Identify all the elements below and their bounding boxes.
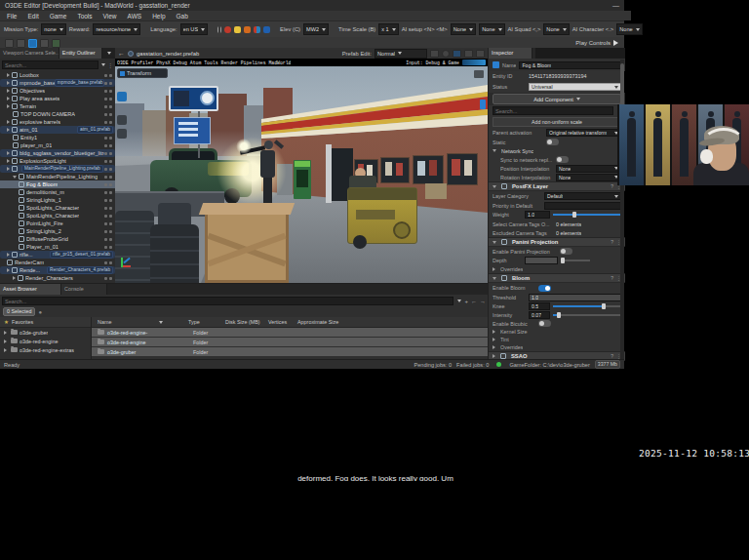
warning-icon[interactable] xyxy=(234,26,241,33)
tree-row[interactable]: Play area assets xyxy=(0,95,115,102)
weight-field[interactable]: 1.0 xyxy=(525,211,550,219)
static-toggle[interactable] xyxy=(546,139,559,145)
viewport-tool-scale-icon[interactable] xyxy=(117,129,127,139)
select-icon[interactable] xyxy=(17,39,25,48)
ai-setup-dropdown-2[interactable]: None xyxy=(479,23,504,35)
menu-file[interactable]: File xyxy=(7,13,17,20)
tree-row[interactable]: Terrain xyxy=(0,102,115,110)
ai-character-dropdown[interactable]: None xyxy=(616,23,642,35)
position-interp-dropdown[interactable]: None xyxy=(556,165,621,173)
pause-icon[interactable] xyxy=(217,26,221,33)
viewport-tool-move-icon[interactable] xyxy=(117,92,127,101)
threshold-field[interactable]: 1.0 xyxy=(529,294,621,301)
layer-category-dropdown[interactable]: Default xyxy=(544,192,621,200)
tree-row-selected[interactable]: Fog & Bloom xyxy=(0,180,115,188)
zoom-icon[interactable] xyxy=(40,39,49,48)
nav-forward-icon[interactable]: → xyxy=(480,299,486,304)
tab-entity-outliner[interactable]: Entity Outliner xyxy=(59,48,103,59)
tree-row[interactable]: Objectives xyxy=(0,87,115,95)
filter-icon[interactable] xyxy=(101,63,105,66)
col-disk-size[interactable]: Disk Size (MB) xyxy=(225,319,268,325)
panini-toggle[interactable] xyxy=(560,248,572,255)
favorite-item[interactable]: o3de-red-engine-extras xyxy=(0,345,91,354)
col-type[interactable]: Type xyxy=(188,319,225,325)
back-icon[interactable]: ← xyxy=(118,50,125,57)
window-titlebar[interactable]: O3DE Editor [Development Build] - MadWor… xyxy=(0,0,624,11)
tree-row[interactable]: Lootbox xyxy=(0,71,115,79)
inspector-search-input[interactable] xyxy=(493,106,613,115)
asset-search-input[interactable] xyxy=(2,297,453,305)
move-icon[interactable] xyxy=(28,39,37,48)
tree-row[interactable]: Render_Characters xyxy=(0,274,115,282)
tree-row[interactable]: SpotLights_Character xyxy=(0,212,115,220)
tree-row[interactable]: bldg_sqglass_vendor_bluetiger_litres_01 xyxy=(0,149,115,157)
intensity-field[interactable]: 0.07 xyxy=(529,311,550,319)
tree-row[interactable]: Rende...Render_Characters_4.prefab xyxy=(0,266,115,274)
check-icon[interactable] xyxy=(52,39,60,48)
viewport-tab[interactable]: gasstation_render.prefab xyxy=(137,51,199,57)
intensity-slider[interactable] xyxy=(553,314,621,316)
grid-icon[interactable] xyxy=(464,50,473,58)
priority-field[interactable] xyxy=(544,202,621,210)
col-name[interactable]: Name xyxy=(92,319,158,325)
entity-name-field[interactable]: Fog & Bloom xyxy=(519,61,621,69)
tree-row[interactable]: MainRenderPipeline_Lighting xyxy=(0,173,115,180)
tree-row[interactable]: ExplosionSpotLight xyxy=(0,157,115,165)
col-vertices[interactable]: Vertices xyxy=(268,319,297,325)
minimize-icon[interactable]: — xyxy=(612,0,619,11)
tint-label[interactable]: Tint xyxy=(500,337,509,342)
overrides-caret-icon[interactable] xyxy=(493,267,495,271)
section-bloom[interactable]: Bloom ?⋮ xyxy=(489,273,625,283)
viewport-tool-rotate-icon[interactable] xyxy=(117,115,127,125)
tree-row[interactable]: player_m_01 xyxy=(0,141,115,149)
layout-icon[interactable] xyxy=(476,50,485,58)
network-sync-caret-icon[interactable] xyxy=(493,149,496,152)
flag-icon[interactable] xyxy=(254,26,260,33)
ai-squad-dropdown[interactable]: None xyxy=(543,23,569,35)
tree-row[interactable]: explosive barrels xyxy=(0,118,115,126)
status-dropdown[interactable]: Universal xyxy=(529,83,621,91)
asset-row[interactable]: o3de-gruberFolder xyxy=(92,347,488,356)
menu-game[interactable]: Game xyxy=(50,13,67,20)
tree-row[interactable]: Player_m_01 xyxy=(0,243,115,251)
entity-tree[interactable]: Lootbox mpmode_basempmode_base.prefab Ob… xyxy=(0,71,115,283)
favorite-item[interactable]: o3de-gruber xyxy=(0,328,91,337)
tree-row[interactable]: demolitionist_m xyxy=(0,188,115,196)
menu-help[interactable]: Help xyxy=(152,13,165,20)
parent-activation-dropdown[interactable]: Original relative transform xyxy=(546,129,621,137)
language-dropdown[interactable]: en US xyxy=(180,23,209,35)
mission-type-dropdown[interactable]: none xyxy=(41,23,65,35)
bloom-overrides-label[interactable]: Overrides xyxy=(500,344,523,350)
asset-processor-status-icon[interactable] xyxy=(496,362,501,367)
outliner-search-input[interactable] xyxy=(2,60,99,69)
help-icon[interactable]: ? xyxy=(611,183,613,189)
tree-row[interactable]: MainRenderPipeline_Lighting.prefab xyxy=(0,165,115,173)
menu-aws[interactable]: AWS xyxy=(128,13,142,20)
elev-dropdown[interactable]: MW2 xyxy=(303,23,329,35)
kernel-size-label[interactable]: Kernel Size xyxy=(500,329,528,335)
folder-icon[interactable] xyxy=(430,50,439,58)
tab-inspector[interactable]: Inspector xyxy=(489,48,532,59)
tree-row[interactable]: atm_01atm_01.prefab xyxy=(0,126,115,134)
video-call-tile[interactable]: Travis Boatman xyxy=(617,104,749,185)
menu-edit[interactable]: Edit xyxy=(27,13,38,20)
tab-console[interactable]: Console xyxy=(61,284,107,295)
section-postfx-layer[interactable]: PostFX Layer ?⋮ xyxy=(489,181,625,191)
menu-view[interactable]: View xyxy=(103,13,117,20)
add-filter-icon[interactable]: + xyxy=(464,299,468,304)
rotation-interp-dropdown[interactable]: None xyxy=(556,174,621,181)
tree-row[interactable]: PointLight_Fire xyxy=(0,220,115,227)
asset-row[interactable]: o3de-red-engine-Folder xyxy=(92,328,488,337)
col-approx-size[interactable]: Approximate Size xyxy=(297,319,338,325)
globe-icon[interactable] xyxy=(453,50,461,58)
viewport-side-icon[interactable] xyxy=(480,100,486,109)
tree-row[interactable]: StringLights_1 xyxy=(0,196,115,204)
tree-row[interactable]: DiffuseProbeGrid xyxy=(0,235,115,243)
selected-count-chip[interactable]: 0 Selected xyxy=(3,307,35,316)
bicubic-toggle[interactable] xyxy=(538,320,551,327)
bloom-toggle[interactable] xyxy=(538,285,551,292)
nav-back-icon[interactable]: ← xyxy=(471,299,477,304)
add-component-button[interactable]: Add Component xyxy=(493,94,621,104)
viewport-scene[interactable]: Transform xyxy=(115,66,488,283)
outliner-menu-button[interactable] xyxy=(102,48,115,59)
